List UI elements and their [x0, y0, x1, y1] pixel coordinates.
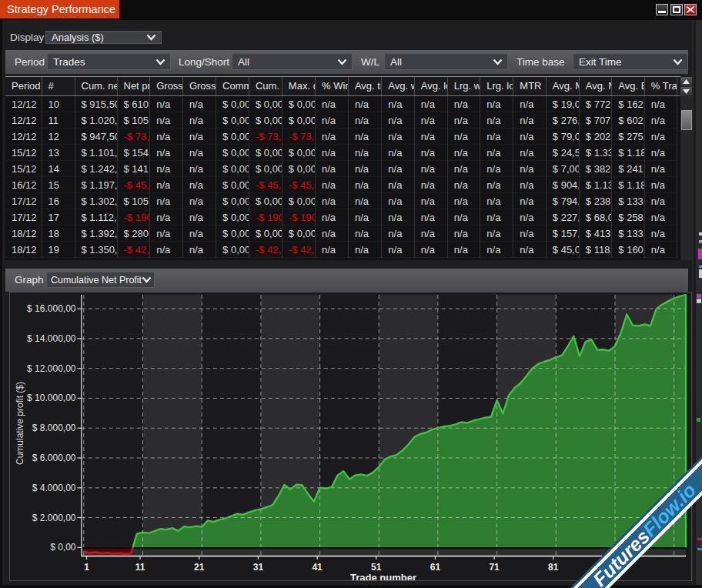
svg-text:$ 8.000,00: $ 8.000,00 [32, 423, 76, 433]
svg-text:$ 2.000,00: $ 2.000,00 [32, 513, 76, 523]
svg-text:Trade number: Trade number [350, 572, 416, 580]
svg-text:$ 4.000,00: $ 4.000,00 [32, 483, 76, 493]
svg-text:11: 11 [135, 562, 145, 573]
svg-text:Cumulative profit ($): Cumulative profit ($) [15, 382, 25, 465]
svg-text:$ 12.000,00: $ 12.000,00 [27, 363, 76, 374]
svg-text:31: 31 [253, 562, 264, 573]
svg-text:$ 0,00: $ 0,00 [50, 542, 76, 553]
svg-text:$ 16.000,00: $ 16.000,00 [27, 303, 76, 314]
svg-text:61: 61 [430, 562, 441, 573]
svg-text:51: 51 [371, 562, 382, 573]
svg-text:21: 21 [194, 562, 205, 573]
svg-text:$ 6.000,00: $ 6.000,00 [32, 453, 76, 463]
svg-text:$ 14.000,00: $ 14.000,00 [27, 333, 76, 344]
svg-text:$ 10.000,00: $ 10.000,00 [27, 393, 76, 403]
svg-text:41: 41 [312, 562, 323, 573]
svg-text:1: 1 [84, 562, 89, 573]
